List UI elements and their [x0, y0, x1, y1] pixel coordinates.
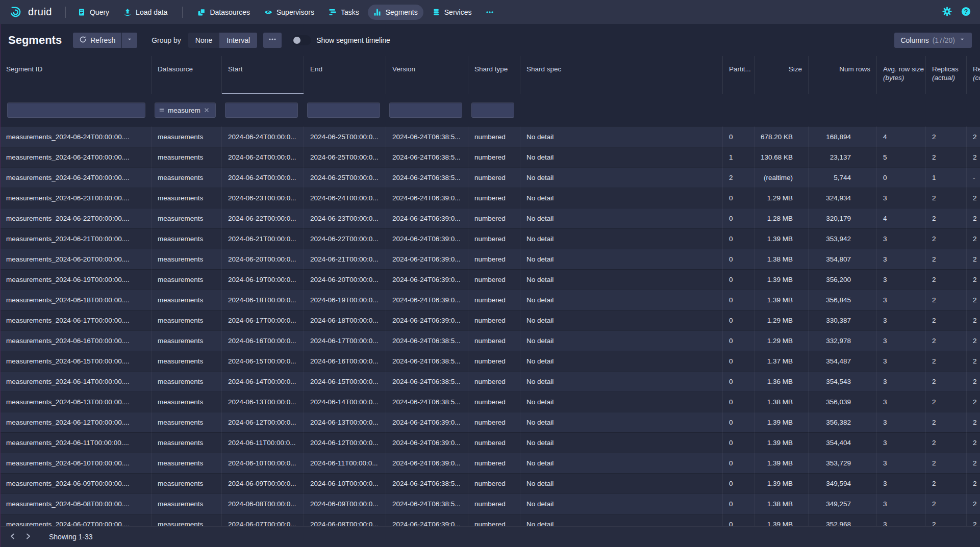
nav-right: ? — [942, 7, 971, 18]
druid-brand[interactable]: druid — [7, 6, 52, 18]
num-rows-cell: 332,978 — [809, 330, 877, 351]
nav-item-segments[interactable]: Segments — [368, 5, 423, 20]
prev-page-button[interactable] — [5, 529, 20, 544]
segment-id-filter-input[interactable] — [7, 102, 145, 118]
table-row[interactable]: measurements_2024-06-15T00:00:00....meas… — [0, 351, 980, 371]
shard-type-cell: numbered — [468, 126, 520, 147]
table-row[interactable]: measurements_2024-06-16T00:00:00....meas… — [0, 330, 980, 351]
remove-filter-icon[interactable] — [204, 107, 210, 113]
refresh-button[interactable]: Refresh — [73, 33, 121, 48]
column-header-segment-id[interactable]: Segment ID — [0, 56, 152, 94]
shard-spec-cell: No detail — [520, 126, 723, 147]
datasource-cell: measurements — [152, 228, 222, 249]
settings-button[interactable] — [942, 7, 952, 18]
refresh-interval-dropdown[interactable] — [122, 33, 137, 48]
nav-item-label: Tasks — [341, 8, 359, 16]
end-filter-input[interactable] — [307, 102, 380, 118]
datasource-cell: measurements — [152, 351, 222, 371]
column-header-replication-factor[interactable]: Replication factor(configured) — [967, 56, 980, 94]
table-row[interactable]: measurements_2024-06-08T00:00:00....meas… — [0, 493, 980, 514]
gear-icon — [942, 7, 952, 18]
table-row[interactable]: measurements_2024-06-24T00:00:00....meas… — [0, 167, 980, 188]
nav-item-tasks[interactable]: Tasks — [323, 5, 365, 20]
table-row[interactable]: measurements_2024-06-19T00:00:00....meas… — [0, 269, 980, 290]
show-timeline-toggle[interactable] — [292, 35, 311, 45]
column-header-datasource[interactable]: Datasource — [152, 56, 222, 94]
table-row[interactable]: measurements_2024-06-07T00:00:00....meas… — [0, 514, 980, 526]
replicas-cell: 2 — [926, 208, 967, 228]
table-row[interactable]: measurements_2024-06-11T00:00:00....meas… — [0, 432, 980, 453]
column-header-version[interactable]: Version — [386, 56, 468, 94]
table-row[interactable]: measurements_2024-06-12T00:00:00....meas… — [0, 412, 980, 432]
start-cell: 2024-06-09T00:00:0... — [222, 473, 304, 493]
shard-type-cell: numbered — [468, 208, 520, 228]
table-row[interactable]: measurements_2024-06-21T00:00:00....meas… — [0, 228, 980, 249]
table-row[interactable]: measurements_2024-06-10T00:00:00....meas… — [0, 453, 980, 473]
column-header-shard-type[interactable]: Shard type — [468, 56, 520, 94]
datasource-cell: measurements — [152, 330, 222, 351]
num-rows-cell: 356,382 — [809, 412, 877, 432]
table-row[interactable]: measurements_2024-06-23T00:00:00....meas… — [0, 188, 980, 208]
column-header-start[interactable]: Start — [222, 56, 304, 94]
column-header-partition[interactable]: Partit... — [723, 56, 755, 94]
columns-button[interactable]: Columns (17/20) — [894, 33, 972, 48]
group-by-none-button[interactable]: None — [188, 33, 219, 48]
version-filter-input[interactable] — [389, 102, 462, 118]
datasource-filter-input[interactable]: measurem — [155, 102, 216, 118]
table-row[interactable]: measurements_2024-06-17T00:00:00....meas… — [0, 310, 980, 330]
replicas-cell: 2 — [926, 351, 967, 371]
start-cell: 2024-06-14T00:00:0... — [222, 371, 304, 392]
next-page-button[interactable] — [20, 529, 36, 544]
replicas-cell: 2 — [926, 432, 967, 453]
table-row[interactable]: measurements_2024-06-24T00:00:00....meas… — [0, 126, 980, 147]
avg-row-size-cell: 3 — [877, 290, 926, 310]
shard-spec-cell: No detail — [520, 228, 723, 249]
column-header-avg-row-size[interactable]: Avg. row size(bytes) — [877, 56, 926, 94]
shard-spec-cell: No detail — [520, 330, 723, 351]
replicas-cell: 2 — [926, 371, 967, 392]
nav-item-load-data[interactable]: Load data — [118, 5, 173, 20]
nav-item-query[interactable]: Query — [72, 5, 115, 20]
group-by-interval-button[interactable]: Interval — [219, 33, 257, 48]
nav-item-supervisors[interactable]: Supervisors — [259, 5, 320, 20]
start-filter-input[interactable] — [225, 102, 298, 118]
table-row[interactable]: measurements_2024-06-22T00:00:00....meas… — [0, 208, 980, 228]
show-timeline-label: Show segment timeline — [316, 36, 390, 44]
help-button[interactable]: ? — [961, 7, 971, 18]
shard-spec-cell: No detail — [520, 493, 723, 514]
replication-factor-cell: 2 — [967, 188, 980, 208]
more-group-by-button[interactable] — [263, 33, 282, 48]
nav-item-services[interactable]: Services — [426, 5, 478, 20]
nav-divider — [65, 7, 66, 18]
segment-id-cell: measurements_2024-06-22T00:00:00.... — [0, 208, 152, 228]
num-rows-cell: 5,744 — [809, 167, 877, 188]
table-row[interactable]: measurements_2024-06-13T00:00:00....meas… — [0, 392, 980, 412]
start-cell: 2024-06-22T00:00:0... — [222, 208, 304, 228]
table-row[interactable]: measurements_2024-06-20T00:00:00....meas… — [0, 249, 980, 269]
shard-type-filter-input[interactable] — [471, 102, 514, 118]
column-header-size[interactable]: Size — [755, 56, 809, 94]
table-row[interactable]: measurements_2024-06-18T00:00:00....meas… — [0, 290, 980, 310]
shard-spec-cell: No detail — [520, 514, 723, 526]
partition-cell: 0 — [723, 351, 755, 371]
column-header-end[interactable]: End — [304, 56, 386, 94]
column-header-replicas[interactable]: Replicas(actual) — [926, 56, 967, 94]
table-row[interactable]: measurements_2024-06-09T00:00:00....meas… — [0, 473, 980, 493]
end-cell: 2024-06-20T00:00:0... — [304, 269, 386, 290]
version-cell: 2024-06-24T06:39:0... — [386, 453, 468, 473]
table-row[interactable]: measurements_2024-06-24T00:00:00....meas… — [0, 147, 980, 167]
avg-row-size-cell: 3 — [877, 493, 926, 514]
table-row[interactable]: measurements_2024-06-14T00:00:00....meas… — [0, 371, 980, 392]
version-cell: 2024-06-24T06:39:0... — [386, 228, 468, 249]
avg-row-size-cell: 3 — [877, 188, 926, 208]
segments-table: Segment IDDatasourceStartEndVersionShard… — [0, 56, 980, 526]
column-header-shard-spec[interactable]: Shard spec — [520, 56, 723, 94]
brand-name: druid — [28, 6, 52, 18]
size-cell: 1.39 MB — [755, 412, 809, 432]
version-cell: 2024-06-24T06:39:0... — [386, 412, 468, 432]
nav-item-more[interactable] — [480, 5, 499, 20]
nav-item-datasources[interactable]: Datasources — [192, 5, 256, 20]
column-header-num-rows[interactable]: Num rows — [809, 56, 877, 94]
start-cell: 2024-06-18T00:00:0... — [222, 290, 304, 310]
replicas-cell: 2 — [926, 228, 967, 249]
